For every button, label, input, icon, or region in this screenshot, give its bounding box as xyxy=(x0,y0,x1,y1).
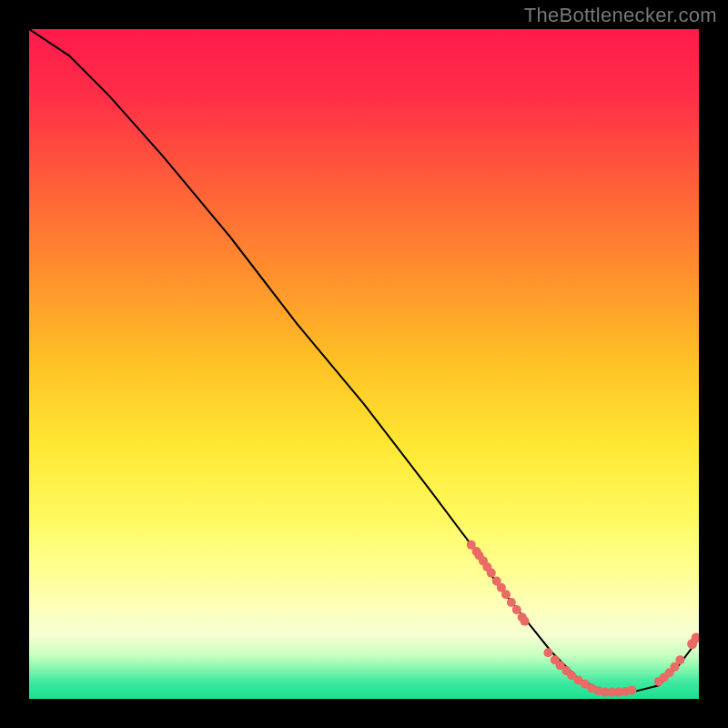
data-dot xyxy=(501,590,511,599)
data-dot xyxy=(512,605,521,614)
data-dot xyxy=(487,569,496,578)
gradient-background xyxy=(29,29,699,699)
data-dot xyxy=(627,685,636,694)
data-dot xyxy=(675,655,684,664)
data-dot xyxy=(543,648,552,657)
chart-stage: TheBottlenecker.com xyxy=(0,0,728,728)
watermark-text: TheBottlenecker.com xyxy=(524,4,717,27)
data-dot xyxy=(521,617,530,626)
plot-area xyxy=(29,29,699,699)
chart-svg xyxy=(29,29,699,699)
data-dot xyxy=(507,598,516,607)
